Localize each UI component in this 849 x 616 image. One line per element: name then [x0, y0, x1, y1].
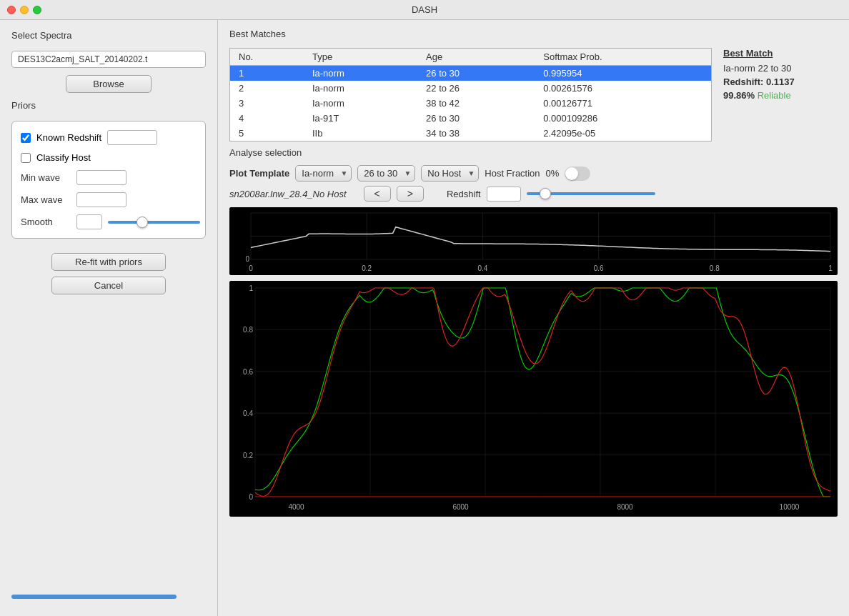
redshift-slider[interactable]: [527, 192, 655, 195]
prob-pct: 99.86%: [723, 90, 755, 101]
priors-box: Known Redshift 0.1137 Classify Host Min …: [11, 121, 206, 239]
next-template-button[interactable]: >: [397, 186, 424, 202]
analyse-label: Analyse selection: [229, 147, 838, 158]
redshift-value: 0.1137: [766, 76, 795, 87]
min-wave-input[interactable]: 2500: [76, 170, 126, 185]
reliable-label: Reliable: [758, 90, 791, 101]
col-prob: Softmax Prob.: [535, 49, 711, 66]
app-title: DASH: [412, 4, 437, 15]
redshift-value-input[interactable]: 0.1137: [107, 130, 157, 145]
max-wave-row: Max wave 10000: [21, 192, 197, 207]
bottom-chart-canvas: [229, 281, 838, 517]
age-select-wrapper: 26 to 30 22 to 26 38 to 42 34 to 38 ▼: [357, 165, 415, 182]
file-name-display: DES13C2acmj_SALT_20140202.t: [11, 51, 206, 68]
type-select[interactable]: Ia-norm Ia-91T IIb IIn Ib Ic: [295, 165, 352, 182]
host-toggle[interactable]: [565, 167, 590, 181]
col-no: No.: [230, 49, 304, 66]
redshift-value-input[interactable]: 0.11: [487, 187, 521, 202]
host-select[interactable]: No Host E S0 Sa Sb Sc Sd: [421, 165, 479, 182]
classify-host-label: Classify Host: [36, 152, 91, 163]
progress-bar: [11, 595, 177, 599]
maximize-button[interactable]: [33, 6, 41, 14]
host-toggle-knob: [565, 167, 578, 180]
max-wave-input[interactable]: 10000: [76, 192, 126, 207]
action-buttons: Re-fit with priors Cancel: [11, 253, 206, 294]
best-match-panel: Best Match Ia-norm 22 to 30 Redshift: 0.…: [723, 48, 838, 141]
redshift-label: Redshift: [447, 189, 481, 199]
classify-host-row: Classify Host: [21, 152, 197, 163]
traffic-lights: [7, 6, 41, 14]
best-match-redshift: Redshift: 0.1137: [723, 76, 838, 87]
best-match-title: Best Match: [723, 48, 838, 59]
analyse-section: Analyse selection Plot Template Ia-norm …: [229, 147, 838, 202]
max-wave-label: Max wave: [21, 194, 71, 205]
host-select-wrapper: No Host E S0 Sa Sb Sc Sd ▼: [421, 165, 479, 182]
table-row[interactable]: 2Ia-norm22 to 260.00261576: [230, 81, 712, 96]
refit-button[interactable]: Re-fit with priors: [51, 253, 166, 271]
classify-host-checkbox[interactable]: [21, 153, 31, 163]
title-bar: DASH: [0, 0, 849, 20]
plot-template-row: Plot Template Ia-norm Ia-91T IIb IIn Ib …: [229, 165, 838, 182]
table-row[interactable]: 1Ia-norm26 to 300.995954: [230, 66, 712, 81]
select-spectra-label: Select Spectra: [11, 30, 206, 41]
best-matches-label: Best Matches: [229, 29, 838, 39]
template-file-name: sn2008ar.lnw_28.4_No Host: [229, 189, 347, 199]
priors-label: Priors: [11, 100, 206, 111]
browse-button[interactable]: Browse: [66, 75, 152, 93]
close-button[interactable]: [7, 6, 16, 14]
smooth-input[interactable]: 7: [76, 214, 102, 229]
table-row[interactable]: 5IIb34 to 382.42095e-05: [230, 126, 712, 141]
best-matches-section: No. Type Age Softmax Prob. 1Ia-norm26 to…: [229, 48, 838, 141]
table-row[interactable]: 3Ia-norm38 to 420.00126771: [230, 96, 712, 111]
host-fraction-label: Host Fraction: [485, 168, 540, 179]
minimize-button[interactable]: [20, 6, 29, 14]
type-select-wrapper: Ia-norm Ia-91T IIb IIn Ib Ic ▼: [295, 165, 352, 182]
col-age: Age: [417, 49, 535, 66]
left-panel: Select Spectra DES13C2acmj_SALT_20140202…: [0, 20, 218, 616]
host-fraction-value: 0%: [546, 168, 560, 179]
top-chart-canvas: [229, 207, 838, 275]
progress-bar-container: [11, 595, 206, 606]
template-nav-row: sn2008ar.lnw_28.4_No Host < > Redshift 0…: [229, 186, 838, 202]
matches-table: No. Type Age Softmax Prob. 1Ia-norm26 to…: [229, 48, 712, 141]
smooth-label: Smooth: [21, 217, 71, 227]
min-wave-row: Min wave 2500: [21, 170, 197, 185]
known-redshift-checkbox[interactable]: [21, 133, 31, 143]
right-panel: Best Matches No. Type Age Softmax Prob. …: [218, 20, 849, 616]
cancel-button[interactable]: Cancel: [51, 277, 166, 294]
smooth-row: Smooth 7: [21, 214, 197, 229]
table-row[interactable]: 4Ia-91T26 to 300.000109286: [230, 111, 712, 126]
known-redshift-label: Known Redshift: [36, 132, 101, 143]
plot-template-label: Plot Template: [229, 168, 289, 179]
best-match-type-age: Ia-norm 22 to 30: [723, 63, 838, 74]
best-match-prob: 99.86% Reliable: [723, 90, 838, 101]
bottom-chart: [229, 281, 838, 517]
age-select[interactable]: 26 to 30 22 to 26 38 to 42 34 to 38: [357, 165, 415, 182]
redshift-label: Redshift:: [723, 76, 763, 87]
prev-template-button[interactable]: <: [364, 186, 391, 202]
top-chart: [229, 207, 838, 275]
col-type: Type: [304, 49, 417, 66]
smooth-slider[interactable]: [108, 221, 200, 224]
min-wave-label: Min wave: [21, 172, 71, 183]
matches-table-container: No. Type Age Softmax Prob. 1Ia-norm26 to…: [229, 48, 712, 141]
known-redshift-row: Known Redshift 0.1137: [21, 130, 197, 145]
